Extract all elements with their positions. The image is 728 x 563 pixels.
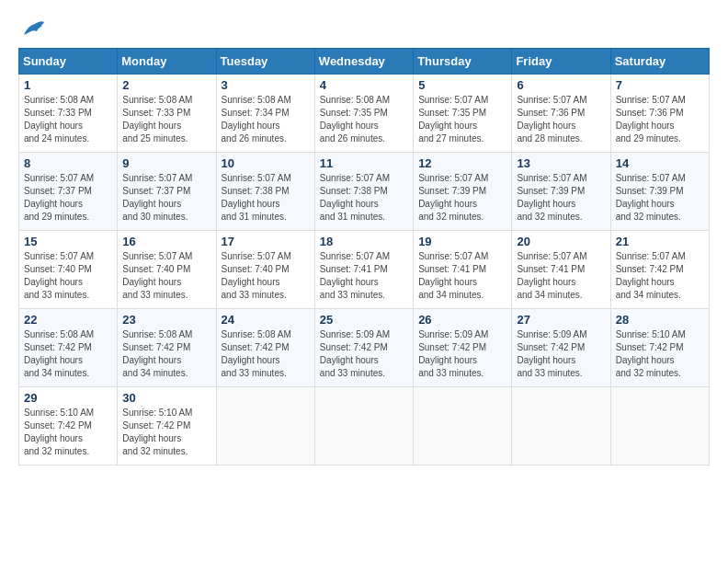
day-info: Sunrise: 5:09 AM Sunset: 7:42 PM Dayligh… — [320, 328, 408, 380]
calendar-day-cell — [216, 387, 314, 465]
calendar-day-cell: 19 Sunrise: 5:07 AM Sunset: 7:41 PM Dayl… — [414, 231, 512, 309]
calendar-day-cell: 10 Sunrise: 5:07 AM Sunset: 7:38 PM Dayl… — [216, 153, 314, 231]
calendar-week-row: 15 Sunrise: 5:07 AM Sunset: 7:40 PM Dayl… — [19, 231, 710, 309]
day-info: Sunrise: 5:07 AM Sunset: 7:38 PM Dayligh… — [222, 172, 310, 224]
day-number: 3 — [222, 78, 310, 92]
day-number: 19 — [418, 235, 506, 248]
day-number: 1 — [24, 78, 112, 92]
day-info: Sunrise: 5:07 AM Sunset: 7:40 PM Dayligh… — [222, 250, 310, 302]
calendar-week-row: 22 Sunrise: 5:08 AM Sunset: 7:42 PM Dayl… — [19, 309, 710, 387]
day-number: 21 — [616, 235, 704, 248]
calendar-day-cell: 29 Sunrise: 5:10 AM Sunset: 7:42 PM Dayl… — [19, 387, 118, 465]
calendar-day-cell: 9 Sunrise: 5:07 AM Sunset: 7:37 PM Dayli… — [118, 153, 216, 231]
day-info: Sunrise: 5:08 AM Sunset: 7:33 PM Dayligh… — [24, 94, 112, 145]
day-number: 2 — [122, 78, 210, 92]
day-info: Sunrise: 5:08 AM Sunset: 7:42 PM Dayligh… — [222, 328, 310, 380]
day-info: Sunrise: 5:07 AM Sunset: 7:40 PM Dayligh… — [122, 250, 210, 302]
day-number: 16 — [122, 235, 210, 248]
calendar-day-cell — [414, 387, 512, 465]
day-info: Sunrise: 5:07 AM Sunset: 7:35 PM Dayligh… — [418, 94, 506, 145]
day-number: 18 — [320, 235, 408, 248]
day-number: 22 — [24, 313, 112, 327]
day-number: 12 — [418, 156, 506, 170]
weekday-header: Friday — [512, 49, 610, 75]
weekday-header: Tuesday — [216, 49, 314, 75]
day-info: Sunrise: 5:07 AM Sunset: 7:37 PM Dayligh… — [122, 172, 210, 224]
day-number: 23 — [122, 313, 210, 327]
day-info: Sunrise: 5:07 AM Sunset: 7:36 PM Dayligh… — [517, 94, 605, 145]
day-number: 10 — [222, 156, 310, 170]
calendar-table: SundayMondayTuesdayWednesdayThursdayFrid… — [18, 48, 710, 465]
calendar-day-cell: 7 Sunrise: 5:07 AM Sunset: 7:36 PM Dayli… — [610, 75, 709, 153]
day-info: Sunrise: 5:07 AM Sunset: 7:37 PM Dayligh… — [24, 172, 112, 224]
calendar-day-cell: 12 Sunrise: 5:07 AM Sunset: 7:39 PM Dayl… — [414, 153, 512, 231]
calendar-day-cell: 28 Sunrise: 5:10 AM Sunset: 7:42 PM Dayl… — [610, 309, 709, 387]
calendar-day-cell: 24 Sunrise: 5:08 AM Sunset: 7:42 PM Dayl… — [216, 309, 314, 387]
day-number: 24 — [222, 313, 310, 327]
calendar-day-cell: 15 Sunrise: 5:07 AM Sunset: 7:40 PM Dayl… — [19, 231, 118, 309]
calendar-day-cell: 20 Sunrise: 5:07 AM Sunset: 7:41 PM Dayl… — [512, 231, 610, 309]
weekday-header: Sunday — [19, 49, 118, 75]
calendar-day-cell: 18 Sunrise: 5:07 AM Sunset: 7:41 PM Dayl… — [314, 231, 413, 309]
day-info: Sunrise: 5:07 AM Sunset: 7:36 PM Dayligh… — [616, 94, 704, 145]
day-info: Sunrise: 5:10 AM Sunset: 7:42 PM Dayligh… — [122, 407, 210, 458]
calendar-day-cell: 5 Sunrise: 5:07 AM Sunset: 7:35 PM Dayli… — [414, 75, 512, 153]
day-number: 4 — [320, 78, 408, 92]
day-info: Sunrise: 5:08 AM Sunset: 7:42 PM Dayligh… — [122, 328, 210, 380]
calendar-day-cell: 16 Sunrise: 5:07 AM Sunset: 7:40 PM Dayl… — [118, 231, 216, 309]
calendar-day-cell: 11 Sunrise: 5:07 AM Sunset: 7:38 PM Dayl… — [314, 153, 413, 231]
day-info: Sunrise: 5:09 AM Sunset: 7:42 PM Dayligh… — [418, 328, 506, 380]
day-number: 11 — [320, 156, 408, 170]
day-number: 9 — [122, 156, 210, 170]
calendar-day-cell: 26 Sunrise: 5:09 AM Sunset: 7:42 PM Dayl… — [414, 309, 512, 387]
day-number: 13 — [517, 156, 605, 170]
day-info: Sunrise: 5:07 AM Sunset: 7:39 PM Dayligh… — [616, 172, 704, 224]
day-info: Sunrise: 5:10 AM Sunset: 7:42 PM Dayligh… — [24, 407, 112, 458]
calendar-day-cell — [610, 387, 709, 465]
day-info: Sunrise: 5:08 AM Sunset: 7:35 PM Dayligh… — [320, 94, 408, 145]
calendar-day-cell: 1 Sunrise: 5:08 AM Sunset: 7:33 PM Dayli… — [19, 75, 118, 153]
calendar-day-cell: 23 Sunrise: 5:08 AM Sunset: 7:42 PM Dayl… — [118, 309, 216, 387]
day-number: 17 — [222, 235, 310, 248]
calendar-week-row: 1 Sunrise: 5:08 AM Sunset: 7:33 PM Dayli… — [19, 75, 710, 153]
day-number: 14 — [616, 156, 704, 170]
day-info: Sunrise: 5:09 AM Sunset: 7:42 PM Dayligh… — [517, 328, 605, 380]
page-header — [18, 18, 710, 39]
calendar-day-cell: 2 Sunrise: 5:08 AM Sunset: 7:33 PM Dayli… — [118, 75, 216, 153]
day-number: 29 — [24, 391, 112, 405]
calendar-day-cell: 21 Sunrise: 5:07 AM Sunset: 7:42 PM Dayl… — [610, 231, 709, 309]
day-number: 30 — [122, 391, 210, 405]
day-info: Sunrise: 5:07 AM Sunset: 7:41 PM Dayligh… — [320, 250, 408, 302]
calendar-day-cell: 8 Sunrise: 5:07 AM Sunset: 7:37 PM Dayli… — [19, 153, 118, 231]
calendar-day-cell: 6 Sunrise: 5:07 AM Sunset: 7:36 PM Dayli… — [512, 75, 610, 153]
calendar-day-cell: 17 Sunrise: 5:07 AM Sunset: 7:40 PM Dayl… — [216, 231, 314, 309]
day-info: Sunrise: 5:10 AM Sunset: 7:42 PM Dayligh… — [616, 328, 704, 380]
day-number: 8 — [24, 156, 112, 170]
day-info: Sunrise: 5:07 AM Sunset: 7:40 PM Dayligh… — [24, 250, 112, 302]
day-info: Sunrise: 5:07 AM Sunset: 7:42 PM Dayligh… — [616, 250, 704, 302]
logo-bird-icon — [20, 18, 46, 39]
day-number: 20 — [517, 235, 605, 248]
calendar-day-cell: 13 Sunrise: 5:07 AM Sunset: 7:39 PM Dayl… — [512, 153, 610, 231]
calendar-day-cell: 22 Sunrise: 5:08 AM Sunset: 7:42 PM Dayl… — [19, 309, 118, 387]
day-number: 7 — [616, 78, 704, 92]
day-info: Sunrise: 5:07 AM Sunset: 7:41 PM Dayligh… — [418, 250, 506, 302]
day-number: 5 — [418, 78, 506, 92]
day-number: 15 — [24, 235, 112, 248]
day-info: Sunrise: 5:08 AM Sunset: 7:34 PM Dayligh… — [222, 94, 310, 145]
calendar-body: 1 Sunrise: 5:08 AM Sunset: 7:33 PM Dayli… — [19, 75, 710, 465]
calendar-day-cell: 27 Sunrise: 5:09 AM Sunset: 7:42 PM Dayl… — [512, 309, 610, 387]
calendar-day-cell: 4 Sunrise: 5:08 AM Sunset: 7:35 PM Dayli… — [314, 75, 413, 153]
day-info: Sunrise: 5:07 AM Sunset: 7:41 PM Dayligh… — [517, 250, 605, 302]
calendar-day-cell: 30 Sunrise: 5:10 AM Sunset: 7:42 PM Dayl… — [118, 387, 216, 465]
weekday-header: Saturday — [610, 49, 709, 75]
day-info: Sunrise: 5:07 AM Sunset: 7:39 PM Dayligh… — [517, 172, 605, 224]
weekday-header: Thursday — [414, 49, 512, 75]
logo — [18, 18, 46, 39]
calendar-day-cell — [512, 387, 610, 465]
calendar-day-cell — [314, 387, 413, 465]
day-number: 27 — [517, 313, 605, 327]
calendar-week-row: 8 Sunrise: 5:07 AM Sunset: 7:37 PM Dayli… — [19, 153, 710, 231]
day-info: Sunrise: 5:07 AM Sunset: 7:39 PM Dayligh… — [418, 172, 506, 224]
calendar-day-cell: 14 Sunrise: 5:07 AM Sunset: 7:39 PM Dayl… — [610, 153, 709, 231]
